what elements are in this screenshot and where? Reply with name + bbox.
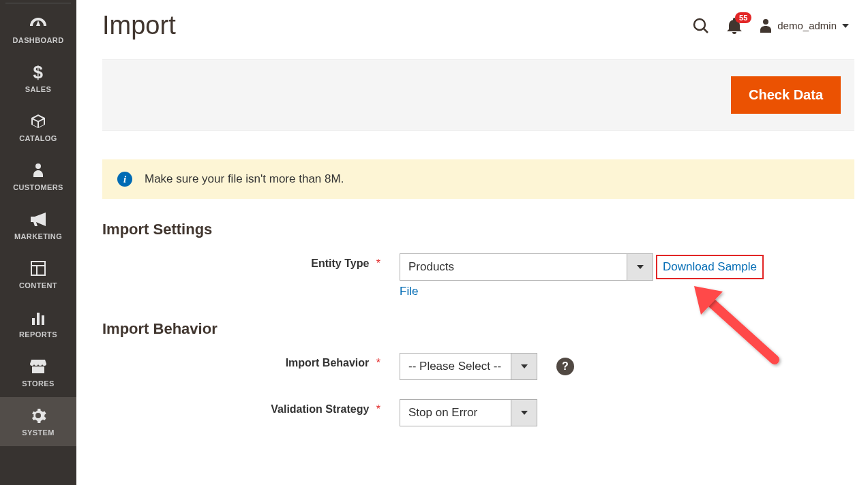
import-behavior-row: Import Behavior * -- Please Select -- ?: [102, 353, 854, 380]
dashboard-icon: [29, 14, 48, 32]
chevron-down-icon: [627, 254, 653, 280]
info-message: Make sure your file isn't more than 8M.: [145, 172, 344, 186]
import-behavior-title: Import Behavior: [102, 320, 854, 338]
validation-strategy-select[interactable]: Stop on Error: [400, 399, 537, 426]
admin-sidebar: DASHBOARD $ SALES CATALOG CUSTOMERS MARK…: [0, 0, 76, 485]
info-icon: i: [117, 172, 132, 187]
required-marker: *: [376, 257, 380, 269]
chevron-down-icon: [511, 354, 537, 379]
validation-strategy-label: Validation Strategy: [271, 403, 369, 415]
sidebar-item-dashboard[interactable]: DASHBOARD: [0, 5, 76, 54]
entity-type-select[interactable]: Products: [400, 253, 653, 281]
validation-strategy-row: Validation Strategy * Stop on Error: [102, 399, 854, 426]
entity-type-row: Entity Type * Products Download Sample F…: [102, 253, 854, 298]
validation-strategy-value: Stop on Error: [400, 400, 511, 426]
username-label: demo_admin: [777, 20, 837, 31]
header-actions: 55 demo_admin: [693, 18, 849, 34]
sidebar-item-sales[interactable]: $ SALES: [0, 54, 76, 103]
page-header: Import 55 demo_admin: [102, 11, 854, 40]
import-behavior-label: Import Behavior: [286, 357, 370, 369]
sidebar-label: SALES: [25, 85, 52, 93]
dollar-icon: $: [33, 63, 44, 81]
sidebar-label: STORES: [22, 379, 54, 388]
bars-icon: [31, 309, 46, 326]
box-icon: [30, 112, 46, 130]
required-marker: *: [376, 357, 380, 369]
search-icon[interactable]: [693, 18, 709, 34]
import-behavior-value: -- Please Select --: [400, 354, 511, 379]
entity-type-field: Products Download Sample File: [400, 253, 764, 298]
validation-strategy-label-col: Validation Strategy *: [102, 399, 400, 416]
entity-type-value: Products: [400, 254, 627, 280]
user-icon: [760, 19, 772, 33]
help-icon[interactable]: ?: [556, 358, 574, 375]
sidebar-item-reports[interactable]: REPORTS: [0, 299, 76, 348]
notifications-button[interactable]: 55: [727, 18, 742, 34]
notification-badge: 55: [735, 12, 751, 23]
download-sample-link-line2[interactable]: File: [400, 285, 764, 298]
import-settings-title: Import Settings: [102, 221, 854, 238]
sidebar-label: CATALOG: [19, 134, 57, 142]
sidebar-item-system[interactable]: SYSTEM: [0, 397, 76, 446]
sidebar-label: REPORTS: [19, 330, 57, 339]
sidebar-item-catalog[interactable]: CATALOG: [0, 103, 76, 152]
megaphone-icon: [29, 210, 47, 228]
main-content: Import 55 demo_admin Check Data i: [76, 0, 868, 485]
entity-type-label: Entity Type: [311, 257, 369, 269]
chevron-down-icon: [511, 400, 537, 426]
check-data-button[interactable]: Check Data: [731, 76, 841, 114]
sidebar-item-stores[interactable]: STORES: [0, 348, 76, 397]
sidebar-divider: [5, 3, 71, 3]
sidebar-label: SYSTEM: [22, 428, 55, 437]
chevron-down-icon: [842, 24, 849, 28]
import-behavior-field: -- Please Select -- ?: [400, 353, 574, 380]
import-behavior-select[interactable]: -- Please Select --: [400, 353, 537, 380]
user-menu[interactable]: demo_admin: [760, 19, 849, 33]
action-bar: Check Data: [102, 59, 854, 131]
required-marker: *: [376, 403, 380, 415]
sidebar-label: CONTENT: [19, 281, 57, 290]
sidebar-label: CUSTOMERS: [13, 183, 63, 191]
page-title: Import: [102, 11, 176, 40]
person-icon: [32, 161, 44, 179]
sidebar-label: MARKETING: [14, 232, 62, 240]
sidebar-label: DASHBOARD: [12, 36, 63, 44]
info-banner: i Make sure your file isn't more than 8M…: [102, 159, 854, 199]
sidebar-item-content[interactable]: CONTENT: [0, 250, 76, 299]
store-icon: [30, 358, 46, 375]
sidebar-item-customers[interactable]: CUSTOMERS: [0, 152, 76, 201]
import-behavior-label-col: Import Behavior *: [102, 353, 400, 369]
download-sample-link[interactable]: Download Sample: [656, 255, 764, 279]
entity-type-label-col: Entity Type *: [102, 253, 400, 270]
layout-icon: [31, 260, 46, 277]
sidebar-item-marketing[interactable]: MARKETING: [0, 201, 76, 250]
validation-strategy-field: Stop on Error: [400, 399, 537, 426]
gear-icon: [30, 407, 46, 424]
